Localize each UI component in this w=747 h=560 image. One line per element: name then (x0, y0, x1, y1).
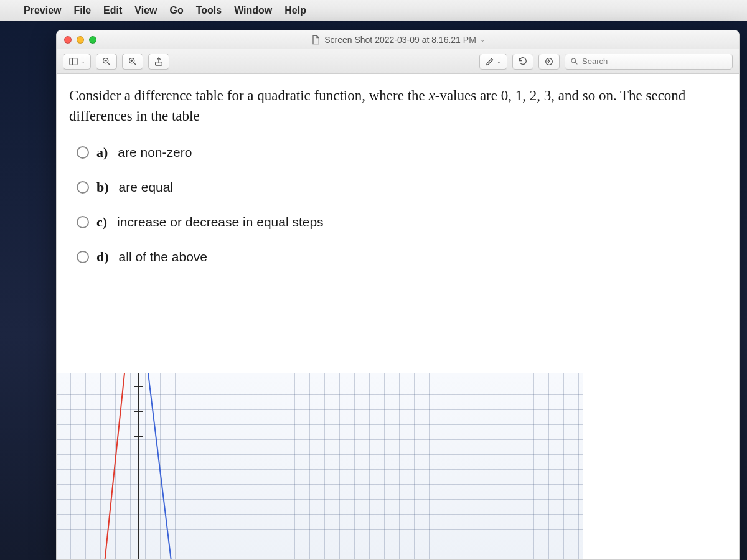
document-icon (311, 35, 321, 45)
y-axis-line (138, 373, 139, 559)
preview-window: Screen Shot 2022-03-09 at 8.16.21 PM ⌄ ⌄ (56, 30, 740, 560)
menubar-go[interactable]: Go (169, 5, 183, 16)
choice-text: are equal (119, 180, 174, 195)
choice-letter: c) (96, 214, 107, 230)
radio-icon[interactable] (77, 251, 89, 263)
prompt-xvar: x (429, 88, 435, 103)
choice-a[interactable]: a) are non-zero (77, 144, 726, 161)
axis-tick (134, 411, 143, 412)
choice-letter: d) (96, 249, 109, 265)
radio-icon[interactable] (77, 181, 89, 194)
blue-curve (148, 373, 172, 559)
macos-menubar: Preview File Edit View Go Tools Window H… (0, 0, 747, 21)
markup-pencil-button[interactable]: ⌄ (479, 54, 507, 70)
question-prompt: Consider a difference table for a quadra… (69, 85, 726, 127)
quiz-question: Consider a difference table for a quadra… (57, 74, 739, 284)
choice-d[interactable]: d) all of the above (77, 249, 726, 265)
zoom-in-button[interactable] (122, 54, 143, 70)
red-curve (105, 373, 125, 559)
axis-tick (134, 436, 143, 437)
window-titlebar[interactable]: Screen Shot 2022-03-09 at 8.16.21 PM ⌄ (57, 30, 739, 49)
sidebar-view-button[interactable]: ⌄ (63, 54, 91, 70)
choice-list: a) are non-zero b) are equal c) increase… (69, 144, 726, 265)
chevron-down-icon: ⌄ (80, 58, 85, 65)
menubar-help[interactable]: Help (284, 5, 306, 16)
choice-b[interactable]: b) are equal (77, 179, 726, 195)
minimize-window-icon[interactable] (77, 36, 84, 44)
svg-point-11 (571, 58, 576, 63)
graph-background (57, 373, 583, 559)
rotate-button[interactable] (512, 54, 533, 70)
window-title: Screen Shot 2022-03-09 at 8.16.21 PM ⌄ (57, 35, 739, 45)
svg-rect-0 (70, 58, 77, 65)
choice-text: all of the above (119, 250, 207, 264)
zoom-out-button[interactable] (96, 54, 117, 70)
share-button[interactable] (148, 54, 169, 70)
menubar-app-name[interactable]: Preview (24, 5, 61, 16)
choice-letter: b) (96, 179, 109, 195)
document-viewport[interactable]: Consider a difference table for a quadra… (57, 74, 739, 559)
choice-c[interactable]: c) increase or decrease in equal steps (77, 214, 726, 230)
chevron-down-icon: ⌄ (480, 36, 485, 43)
traffic-lights (57, 36, 96, 44)
axis-tick (134, 386, 143, 387)
menubar-view[interactable]: View (134, 5, 157, 16)
markup-toolbar-button[interactable] (538, 54, 560, 70)
choice-text: are non-zero (118, 145, 192, 160)
svg-line-6 (134, 63, 136, 65)
menubar-tools[interactable]: Tools (196, 5, 222, 16)
search-icon (570, 57, 578, 65)
prompt-pre: Consider a difference table for a quadra… (69, 88, 429, 103)
menubar-edit[interactable]: Edit (103, 5, 122, 16)
choice-text: increase or decrease in equal steps (117, 215, 324, 230)
menubar-file[interactable]: File (73, 5, 91, 16)
radio-icon[interactable] (77, 216, 89, 228)
close-window-icon[interactable] (64, 36, 72, 44)
search-input[interactable] (582, 57, 727, 66)
radio-icon[interactable] (77, 146, 89, 159)
svg-line-3 (108, 63, 110, 65)
window-title-text: Screen Shot 2022-03-09 at 8.16.21 PM (324, 35, 476, 45)
preview-toolbar: ⌄ ⌄ (57, 49, 739, 74)
svg-line-12 (575, 62, 577, 64)
menubar-window[interactable]: Window (234, 5, 272, 16)
choice-letter: a) (96, 144, 108, 161)
chevron-down-icon: ⌄ (497, 58, 502, 65)
fullscreen-window-icon[interactable] (89, 36, 96, 44)
search-field[interactable] (565, 54, 733, 70)
